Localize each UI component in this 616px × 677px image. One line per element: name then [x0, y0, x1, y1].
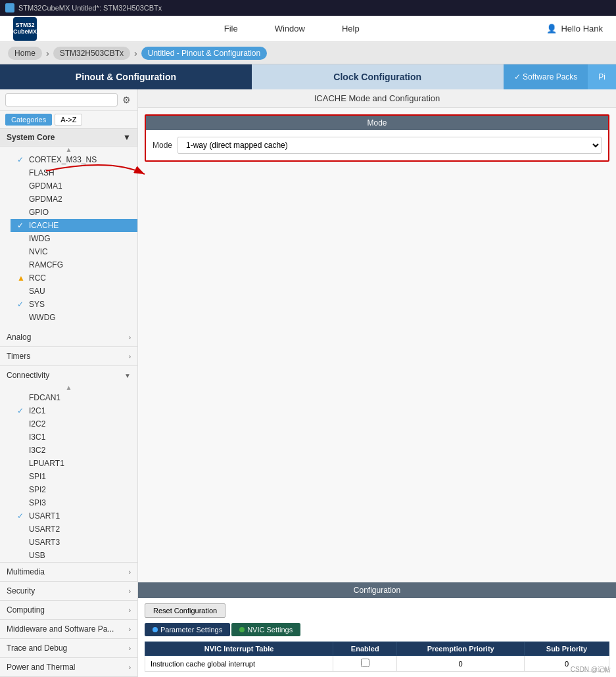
cat-timers-header[interactable]: Timers ›	[0, 347, 137, 365]
sidebar-item-spi2[interactable]: ✓ SPI2	[11, 483, 137, 496]
cat-security-header[interactable]: Security ›	[0, 582, 137, 600]
breadcrumb-current[interactable]: Untitled - Pinout & Configuration	[141, 47, 267, 60]
cat-multimedia-header[interactable]: Multimedia ›	[0, 563, 137, 581]
breadcrumb-home[interactable]: Home	[8, 47, 42, 60]
tab-categories[interactable]: Categories	[5, 114, 52, 126]
sidebar-item-fdcan1[interactable]: ✓ FDCAN1	[11, 391, 137, 404]
cat-connectivity-header[interactable]: Connectivity ▼	[0, 366, 137, 385]
sidebar-item-nvic[interactable]: ✓ NVIC	[11, 245, 137, 258]
sidebar-item-i2c1[interactable]: ✓ I2C1	[11, 404, 137, 417]
menu-file[interactable]: File	[219, 21, 243, 36]
sidebar-item-iwdg[interactable]: ✓ IWDG	[11, 232, 137, 245]
menu-help[interactable]: Help	[337, 21, 365, 36]
menu-window[interactable]: Window	[270, 21, 310, 36]
tab-software-packs[interactable]: ✓ Software Packs	[504, 64, 588, 89]
breadcrumb-device[interactable]: STM32H503CBTx	[53, 47, 130, 60]
user-icon: 👤	[546, 24, 557, 34]
mode-select[interactable]: 1-way (direct mapped cache) Disable 2-wa…	[178, 137, 602, 154]
sidebar-item-cortex[interactable]: ✓ CORTEX_M33_NS	[11, 153, 137, 166]
sidebar-item-i3c1[interactable]: ✓ I3C1	[11, 431, 137, 444]
sidebar-item-rcc[interactable]: ▲ RCC	[11, 271, 137, 285]
reset-config-button[interactable]: Reset Configuration	[145, 603, 225, 618]
app-icon	[5, 3, 14, 12]
param-settings-tab[interactable]: Parameter Settings	[145, 623, 230, 636]
i2c1-check-icon: ✓	[17, 406, 26, 415]
cat-timers-chevron: ›	[129, 353, 131, 360]
cat-security-label: Security	[7, 586, 35, 595]
sidebar-item-spi3[interactable]: ✓ SPI3	[11, 496, 137, 509]
cat-analog-label: Analog	[7, 333, 31, 342]
nvic-col-preemption: Preemption Priority	[397, 642, 525, 656]
sys-label: SYS	[29, 300, 45, 309]
connectivity-items: ✓ FDCAN1 ✓ I2C1 ✓ I2C2 ✓ I3C1	[0, 391, 137, 562]
param-tab-label: Parameter Settings	[160, 626, 222, 634]
mode-section: Mode Mode 1-way (direct mapped cache) Di…	[145, 114, 609, 162]
pi-label: Pi	[598, 72, 605, 82]
iwdg-label: IWDG	[29, 234, 51, 243]
sidebar-item-lpuart1[interactable]: ✓ LPUART1	[11, 457, 137, 470]
usart3-label: USART3	[29, 538, 60, 547]
cat-computing-header[interactable]: Computing ›	[0, 601, 137, 619]
flash-label: FLASH	[29, 168, 55, 177]
gear-icon[interactable]: ⚙	[120, 94, 132, 106]
conn-scroll-indicator: ▲	[0, 385, 137, 391]
sidebar-item-sau[interactable]: ✓ SAU	[11, 285, 137, 298]
nvic-settings-tab[interactable]: NVIC Settings	[231, 623, 300, 636]
spi3-label: SPI3	[29, 498, 46, 507]
tab-bar: Pinout & Configuration Clock Configurati…	[0, 64, 616, 89]
tab-clock[interactable]: Clock Configuration	[252, 64, 504, 89]
sidebar-item-usart2[interactable]: ✓ USART2	[11, 523, 137, 536]
content-area: ICACHE Mode and Configuration Mode Mode …	[138, 89, 616, 677]
gpdma1-label: GPDMA1	[29, 181, 62, 191]
sys-check-icon: ✓	[17, 300, 26, 309]
tab-pi[interactable]: Pi	[588, 64, 616, 89]
sidebar-item-gpio[interactable]: ✓ GPIO	[11, 206, 137, 219]
mode-content: Mode 1-way (direct mapped cache) Disable…	[146, 130, 608, 160]
sidebar-item-i2c2[interactable]: ✓ I2C2	[11, 417, 137, 431]
cat-analog-header[interactable]: Analog ›	[0, 328, 137, 346]
sidebar-item-sys[interactable]: ✓ SYS	[11, 298, 137, 311]
nvic-tab-label: NVIC Settings	[247, 626, 293, 634]
search-input[interactable]	[5, 93, 118, 106]
sidebar-item-usb[interactable]: ✓ USB	[11, 549, 137, 562]
cat-multimedia-chevron: ›	[129, 569, 131, 576]
breadcrumb-arrow-2: ›	[134, 48, 137, 58]
cat-trace-label: Trace and Debug	[7, 643, 67, 653]
sidebar-item-usart1[interactable]: ✓ USART1	[11, 509, 137, 523]
cat-power-header[interactable]: Power and Thermal ›	[0, 658, 137, 676]
sidebar-item-spi1[interactable]: ✓ SPI1	[11, 470, 137, 483]
config-section: Configuration Reset Configuration Parame…	[138, 582, 616, 677]
sidebar-item-icache[interactable]: ✓ ICACHE	[11, 219, 137, 232]
sidebar-item-wwdg[interactable]: ✓ WWDG	[11, 311, 137, 324]
icache-check-icon: ✓	[17, 221, 26, 230]
logo-text: STM32CubeMX	[13, 22, 37, 35]
title-bar-text: STM32CubeMX Untitled*: STM32H503CBTx	[18, 4, 162, 12]
sidebar-item-i3c2[interactable]: ✓ I3C2	[11, 444, 137, 457]
breadcrumb: Home › STM32H503CBTx › Untitled - Pinout…	[0, 42, 616, 64]
nvic-row-enabled[interactable]	[333, 656, 397, 672]
sidebar-item-gpdma2[interactable]: ✓ GPDMA2	[11, 193, 137, 206]
sidebar-item-flash[interactable]: ✓ FLASH	[11, 166, 137, 179]
usb-label: USB	[29, 551, 45, 560]
cat-analog-chevron: ›	[129, 334, 131, 341]
i2c1-label: I2C1	[29, 406, 45, 415]
rcc-warn-icon: ▲	[17, 273, 26, 283]
cat-middleware-header[interactable]: Middleware and Software Pa... ›	[0, 620, 137, 638]
main-layout: ⚙ Categories A->Z System Core ▼ ▲ ✓ CORT…	[0, 89, 616, 677]
nvic-row-preemption: 0	[397, 656, 525, 672]
sidebar-item-gpdma1[interactable]: ✓ GPDMA1	[11, 179, 137, 193]
tab-pinout[interactable]: Pinout & Configuration	[0, 64, 252, 89]
cat-connectivity: Connectivity ▼ ▲ ✓ FDCAN1 ✓ I2C1 ✓ I2	[0, 366, 137, 563]
cat-trace-header[interactable]: Trace and Debug ›	[0, 639, 137, 657]
nvic-enabled-checkbox[interactable]	[361, 659, 369, 667]
cat-middleware: Middleware and Software Pa... ›	[0, 620, 137, 639]
sidebar-item-ramcfg[interactable]: ✓ RAMCFG	[11, 258, 137, 271]
system-core-header[interactable]: System Core ▼	[0, 129, 137, 147]
tab-az[interactable]: A->Z	[55, 114, 82, 126]
nvic-tab-dot	[239, 627, 245, 632]
nvic-table: NVIC Interrupt Table Enabled Preemption …	[145, 642, 609, 672]
sidebar-item-usart3[interactable]: ✓ USART3	[11, 536, 137, 549]
system-core-items: ✓ CORTEX_M33_NS ✓ FLASH ✓ GPDMA1 ✓ GPDMA…	[0, 153, 137, 324]
sidebar: ⚙ Categories A->Z System Core ▼ ▲ ✓ CORT…	[0, 89, 138, 677]
logo: STM32CubeMX	[13, 17, 37, 41]
